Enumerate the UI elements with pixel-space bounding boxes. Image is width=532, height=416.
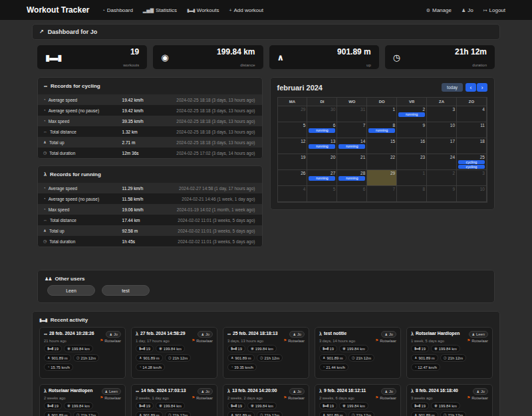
activity-stat-pill: 12.47 km/h xyxy=(411,364,440,371)
activity-user-badge[interactable]: Jo xyxy=(473,388,488,395)
activity-user-badge[interactable]: Jo xyxy=(289,388,305,395)
activity-user-badge[interactable]: Leen xyxy=(469,331,488,338)
activity-stat-pill: 901.89 m xyxy=(44,354,71,362)
activity-user-badge[interactable]: Jo xyxy=(198,331,213,338)
flag-icon xyxy=(283,339,287,343)
stat-icon xyxy=(47,404,53,408)
record-row: Average speed (no pause) 19.42 km/h 2024… xyxy=(38,105,262,116)
activity-card[interactable]: Rotselaar Hardlopen Leen 2 weeks ago Rot… xyxy=(39,384,126,416)
nav-item-add-workout[interactable]: Add workout xyxy=(229,7,263,13)
activity-user-badge[interactable]: Jo xyxy=(198,388,213,395)
activity-stat-pill: 19 xyxy=(319,345,337,352)
other-user-button[interactable]: test xyxy=(102,285,150,296)
records-running-card: Records for running Average speed 11.29 … xyxy=(37,165,263,247)
activity-location: Rotselaar xyxy=(467,339,488,343)
calendar-event[interactable]: running xyxy=(368,128,395,133)
sport-icon xyxy=(227,389,230,393)
record-icon xyxy=(43,218,47,222)
activity-card[interactable]: 28 feb. 2024 10:28:26 Jo 21 hours ago Ro… xyxy=(39,327,126,379)
calendar-event[interactable]: running xyxy=(309,144,335,149)
day-number: 12 xyxy=(301,139,305,144)
record-row: Total duration 1h 45s 2024-02-02 11:01 (… xyxy=(38,236,262,247)
activity-user-badge[interactable]: Jo xyxy=(106,331,121,338)
other-user-button[interactable]: Leen xyxy=(47,285,95,296)
stat-value: 21h 12m xyxy=(448,356,463,360)
nav-item-dashboard[interactable]: Dashboard xyxy=(102,7,132,13)
stat-value: 21h 12m xyxy=(172,356,188,360)
activity-card[interactable]: 8 feb. 2024 16:18:40 Jo 3 weeks ago Rots… xyxy=(406,384,493,416)
activity-stat-pill: 19 xyxy=(44,402,62,409)
calendar-day-cell: 4 xyxy=(457,106,487,122)
stat-icon xyxy=(231,413,233,416)
person-icon xyxy=(293,390,295,393)
day-number: 8 xyxy=(393,123,396,128)
calendar-day-header: MA xyxy=(278,98,308,106)
main-content: Dashboard for Jo 19 workouts 199.84 km d… xyxy=(0,20,532,416)
flag-icon xyxy=(375,339,378,343)
activity-user-badge[interactable]: Leen xyxy=(102,388,121,395)
activity-ago: 3 days, 14 hours ago xyxy=(319,339,355,343)
stat-icon xyxy=(260,356,263,360)
activity-title: test notitie xyxy=(324,331,379,336)
activity-user-badge[interactable]: Jo xyxy=(381,388,396,395)
stat-value: 21h 12m xyxy=(448,413,463,416)
activity-stat-pill: 19 xyxy=(44,345,62,352)
flag-icon xyxy=(100,339,103,343)
card-title: Recent activity xyxy=(51,317,88,323)
activity-location: Rotselaar xyxy=(375,339,396,343)
activity-card[interactable]: Rotselaar Hardlopen Leen 1 week, 5 days … xyxy=(406,327,493,379)
calendar-next-button[interactable]: › xyxy=(477,83,487,92)
calendar-event[interactable]: running xyxy=(309,128,335,133)
activity-stat-pill: 199.84 km xyxy=(339,402,368,409)
activity-card[interactable]: test notitie Jo 3 days, 14 hours ago Rot… xyxy=(315,327,401,379)
calendar-event[interactable]: cycling xyxy=(458,165,485,169)
day-number: 6 xyxy=(363,187,366,191)
person-icon xyxy=(476,390,479,393)
sport-icon xyxy=(319,389,322,393)
activity-card[interactable]: 14 feb. 2024 17:03:13 Jo 2 weeks, 1 day … xyxy=(131,384,217,416)
calendar-event[interactable]: running xyxy=(309,176,335,181)
calendar-event[interactable]: running xyxy=(338,144,365,149)
calendar-day-cell: 3 xyxy=(427,106,457,122)
calendar-day-cell: 18 xyxy=(457,138,487,154)
activity-stat-pill: 199.84 km xyxy=(247,402,277,409)
activity-card[interactable]: 13 feb. 2024 14:20:00 Jo 2 weeks, 2 days… xyxy=(223,384,309,416)
stat-icon xyxy=(414,404,420,408)
stat-value: 19 xyxy=(55,404,59,408)
calendar-event[interactable]: running xyxy=(338,176,365,181)
stat-icon xyxy=(251,347,254,351)
calendar-day-cell: 6 xyxy=(337,186,367,202)
record-label: Average speed xyxy=(49,186,78,191)
activity-location-name: Rotselaar xyxy=(471,339,488,343)
calendar-prev-button[interactable]: ‹ xyxy=(466,83,476,92)
stat-value: 21h 12m xyxy=(80,356,96,360)
activity-user-badge[interactable]: Jo xyxy=(381,331,396,338)
activity-stat-pill: 14.28 km/h xyxy=(136,364,165,371)
stat-icon xyxy=(139,347,145,351)
nav-item-logout[interactable]: Logout xyxy=(483,7,505,13)
person-icon xyxy=(201,333,203,336)
stat-value: 14.28 km/h xyxy=(142,365,162,369)
activity-card[interactable]: 25 feb. 2024 18:18:13 Jo 3 days, 13 hour… xyxy=(223,327,309,379)
sport-icon xyxy=(136,332,138,336)
activity-card[interactable]: 9 feb. 2024 16:12:11 Jo 2 weeks, 6 days … xyxy=(315,384,401,416)
activity-location: Rotselaar xyxy=(100,339,121,343)
stat-icon xyxy=(231,347,237,351)
top-navbar: Workout Tracker Dashboard Statistics Wor… xyxy=(0,0,532,20)
calendar-event[interactable]: running xyxy=(398,112,425,117)
calendar-event[interactable]: cycling xyxy=(458,160,485,164)
nav-item-user[interactable]: Jo xyxy=(462,7,473,13)
sport-icon xyxy=(411,332,414,336)
nav-item-manage[interactable]: Manage xyxy=(426,7,452,13)
activity-stat-pill: 901.89 m xyxy=(319,411,346,416)
record-value: 19.42 km/h xyxy=(122,98,167,102)
stat-value: 12.47 km/h xyxy=(418,365,437,369)
activity-stat-pill: 199.84 km xyxy=(64,402,93,409)
activity-card[interactable]: 27 feb. 2024 14:58:29 Jo 1 day, 17 hours… xyxy=(131,327,217,379)
calendar-today-button[interactable]: today xyxy=(442,83,463,92)
nav-item-workouts[interactable]: Workouts xyxy=(187,7,219,13)
activity-stat-pill: 199.84 km xyxy=(431,402,460,409)
activity-user-badge[interactable]: Jo xyxy=(289,331,305,338)
activity-user-name: Jo xyxy=(481,389,485,393)
nav-item-statistics[interactable]: Statistics xyxy=(143,7,177,13)
